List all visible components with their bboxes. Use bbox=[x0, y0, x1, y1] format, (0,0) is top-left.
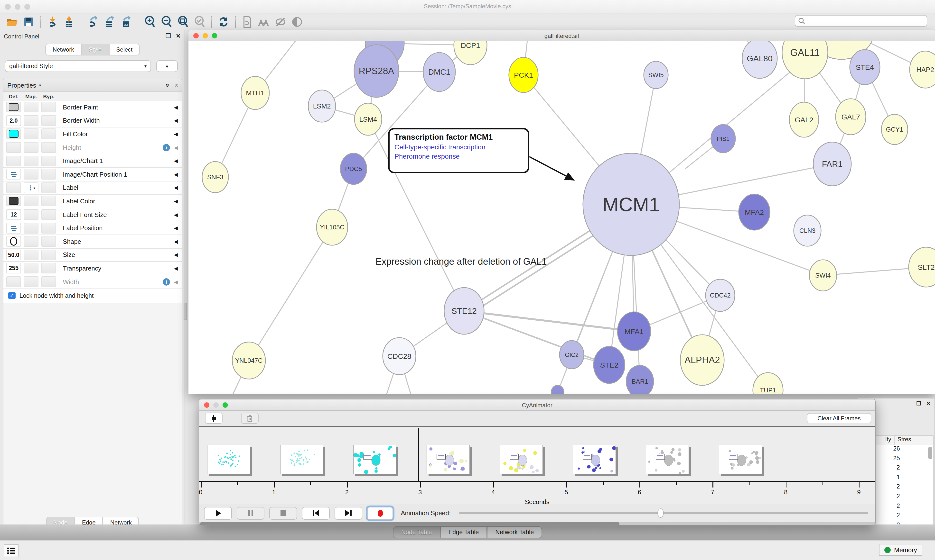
skip-to-start-button[interactable] bbox=[302, 507, 330, 519]
property-row-label-color[interactable]: Label Color◀ bbox=[3, 195, 182, 208]
lock-size-row[interactable]: ✓ Lock node width and height bbox=[3, 289, 182, 303]
expand-row-icon[interactable]: ◀ bbox=[174, 252, 178, 258]
node-far1[interactable]: FAR1 bbox=[813, 142, 851, 186]
expand-row-icon[interactable]: ◀ bbox=[174, 212, 178, 217]
default-value-cell[interactable] bbox=[6, 169, 21, 180]
node-alpha2[interactable]: ALPHA2 bbox=[680, 335, 724, 385]
maximize-icon[interactable] bbox=[212, 33, 217, 38]
mapping-cell[interactable] bbox=[24, 115, 39, 126]
playhead[interactable] bbox=[418, 428, 419, 482]
task-history-button[interactable] bbox=[4, 545, 19, 557]
expand-row-icon[interactable]: ◀ bbox=[174, 238, 178, 244]
property-row-label[interactable]: ⋮›Label◀ bbox=[3, 181, 182, 195]
node-gic2[interactable]: GIC2 bbox=[560, 341, 584, 369]
expand-row-icon[interactable]: ◀ bbox=[174, 172, 178, 177]
default-value-cell[interactable] bbox=[6, 276, 21, 287]
expand-row-icon[interactable]: ◀ bbox=[174, 158, 178, 163]
edge[interactable] bbox=[249, 227, 332, 360]
bypass-cell[interactable] bbox=[42, 115, 56, 126]
close-panel-icon[interactable]: ✕ bbox=[926, 400, 930, 407]
property-row-shape[interactable]: Shape◀ bbox=[3, 235, 182, 248]
clone-network-icon[interactable] bbox=[240, 15, 255, 28]
default-value-cell[interactable]: 12 bbox=[6, 209, 21, 220]
expand-row-icon[interactable]: ◀ bbox=[174, 198, 178, 204]
animation-speed-slider[interactable] bbox=[458, 512, 868, 514]
default-value-cell[interactable]: 2.0 bbox=[6, 115, 21, 126]
node-hap2[interactable]: HAP2 bbox=[910, 51, 935, 88]
zoom-fit-icon[interactable] bbox=[176, 15, 190, 28]
node-ste12[interactable]: STE12 bbox=[444, 288, 484, 334]
node-slt2[interactable]: SLT2 bbox=[909, 247, 935, 287]
timeline-frame-4[interactable] bbox=[500, 445, 543, 474]
tab-network-table[interactable]: Network Table bbox=[487, 526, 542, 538]
node-gcy1[interactable]: GCY1 bbox=[881, 114, 908, 145]
show-all-icon[interactable] bbox=[290, 15, 304, 28]
node-ste2[interactable]: STE2 bbox=[594, 346, 625, 383]
style-selector[interactable]: galFiltered Style ▾ bbox=[5, 60, 151, 72]
properties-header[interactable]: Properties ▾ » » bbox=[3, 79, 182, 92]
network-window-titlebar[interactable]: galFiltered.sif bbox=[188, 30, 935, 42]
minimize-icon[interactable] bbox=[213, 402, 219, 408]
import-network-icon[interactable] bbox=[45, 15, 60, 28]
timeline-scrollbar[interactable] bbox=[199, 522, 875, 525]
mapping-cell[interactable] bbox=[24, 276, 39, 287]
annotation-box[interactable]: Transcription factor MCM1 Cell-type-spec… bbox=[388, 128, 529, 173]
timeline-frame-5[interactable] bbox=[573, 445, 616, 474]
node-gal80[interactable]: GAL80 bbox=[742, 42, 777, 78]
close-icon[interactable] bbox=[204, 402, 210, 408]
default-value-cell[interactable]: 50.0 bbox=[6, 249, 21, 260]
export-table-icon[interactable] bbox=[102, 15, 117, 28]
bypass-cell[interactable] bbox=[42, 276, 56, 287]
zoom-in-icon[interactable] bbox=[143, 15, 157, 28]
bypass-cell[interactable] bbox=[42, 155, 56, 166]
hide-selected-icon[interactable] bbox=[273, 15, 288, 28]
node-yil105c[interactable]: YIL105C bbox=[316, 209, 348, 245]
default-value-cell[interactable] bbox=[6, 236, 21, 247]
info-icon[interactable]: i bbox=[163, 144, 170, 151]
expand-all-icon[interactable]: » bbox=[164, 84, 171, 87]
panel-resize-handle[interactable] bbox=[184, 303, 187, 320]
mapping-cell[interactable] bbox=[24, 155, 39, 166]
tab-edge-table[interactable]: Edge Table bbox=[440, 526, 487, 538]
node-cdc42[interactable]: CDC42 bbox=[706, 279, 735, 311]
bypass-cell[interactable] bbox=[42, 223, 56, 233]
network-canvas[interactable]: DCP1RPS28ADMC1PCK1SWI5GAL80GAL11STE4HAP2… bbox=[188, 42, 935, 394]
bypass-cell[interactable] bbox=[42, 102, 56, 112]
mapping-cell[interactable] bbox=[24, 263, 39, 274]
timeline-frame-6[interactable] bbox=[646, 445, 689, 474]
slider-thumb[interactable] bbox=[657, 508, 663, 517]
export-network-icon[interactable] bbox=[86, 15, 100, 28]
node-lsm4[interactable]: LSM4 bbox=[355, 103, 382, 135]
collapse-all-icon[interactable]: » bbox=[173, 84, 180, 87]
node-cln3[interactable]: CLN3 bbox=[794, 215, 821, 246]
property-row-border-width[interactable]: 2.0Border Width◀ bbox=[3, 114, 182, 128]
node-dcp1[interactable]: DCP1 bbox=[454, 42, 487, 65]
search-input[interactable] bbox=[795, 15, 927, 27]
node-dot1[interactable] bbox=[551, 385, 564, 394]
default-value-cell[interactable] bbox=[6, 196, 21, 206]
style-options-button[interactable]: ▾ bbox=[156, 60, 178, 72]
open-folder-icon[interactable] bbox=[5, 15, 20, 28]
bypass-cell[interactable] bbox=[42, 142, 56, 153]
node-dmc1[interactable]: DMC1 bbox=[423, 52, 455, 91]
close-icon[interactable] bbox=[193, 33, 199, 38]
node-gal2[interactable]: GAL2 bbox=[789, 102, 819, 137]
node-swi5[interactable]: SWI5 bbox=[644, 61, 668, 89]
node-swi4[interactable]: SWI4 bbox=[809, 260, 837, 291]
memory-button[interactable]: Memory bbox=[879, 544, 922, 555]
node-snf3[interactable]: SNF3 bbox=[202, 162, 228, 193]
expand-row-icon[interactable]: ◀ bbox=[174, 145, 178, 150]
node-pdc5[interactable]: PDC5 bbox=[340, 153, 367, 185]
node-mfa2[interactable]: MFA2 bbox=[739, 194, 770, 230]
float-panel-icon[interactable]: ❒ bbox=[165, 32, 171, 39]
annotation-link-2[interactable]: Pheromone response bbox=[395, 152, 523, 160]
results-scrollbar[interactable] bbox=[928, 447, 932, 529]
property-row-height[interactable]: Heighti◀ bbox=[3, 141, 182, 154]
bypass-cell[interactable] bbox=[42, 129, 56, 139]
mapping-cell[interactable] bbox=[24, 102, 39, 112]
expand-row-icon[interactable]: ◀ bbox=[174, 105, 178, 110]
property-row-label-font-size[interactable]: 12Label Font Size◀ bbox=[3, 208, 182, 222]
node-ynl047c[interactable]: YNL047C bbox=[232, 342, 265, 379]
bypass-cell[interactable] bbox=[42, 249, 56, 260]
clear-all-frames-button[interactable]: Clear All Frames bbox=[807, 413, 871, 423]
